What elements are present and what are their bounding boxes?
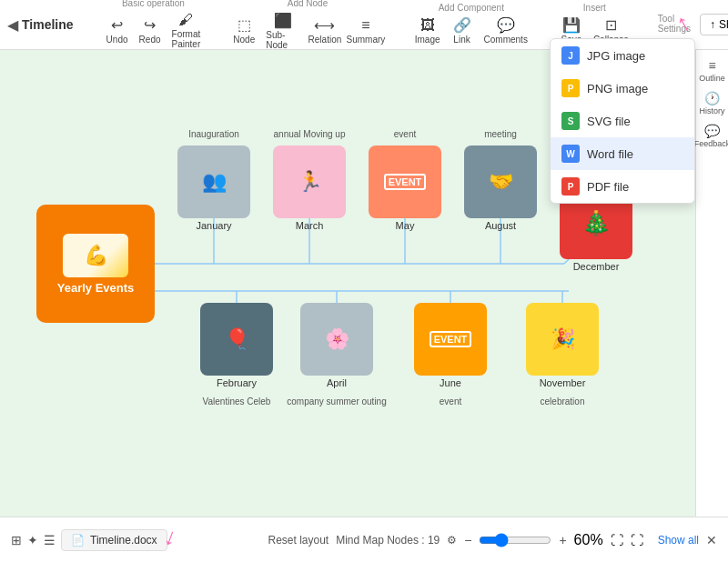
- export-jpg[interactable]: J JPG image: [551, 39, 694, 72]
- svg-icon: S: [561, 112, 580, 130]
- april-icon: 🌸: [325, 327, 349, 351]
- january-node[interactable]: Inauguration 👥 January: [177, 146, 250, 231]
- may-node[interactable]: event EVENT May: [369, 146, 441, 231]
- add-component-items: 🖼Image 🔗Link 💬Comments: [411, 15, 531, 46]
- may-icon: EVENT: [384, 174, 427, 190]
- fit-button[interactable]: ⛶: [611, 533, 623, 547]
- comments-icon: 💬: [497, 16, 515, 34]
- add-component-group: Add Component 🖼Image 🔗Link 💬Comments: [411, 3, 531, 46]
- settings-icon[interactable]: ⚙: [447, 534, 457, 547]
- zoom-slider[interactable]: [479, 533, 551, 547]
- april-node[interactable]: 🌸 April company summer outing: [300, 303, 373, 388]
- november-icon: 🎉: [551, 327, 575, 351]
- collapse-icon: ⊡: [605, 16, 617, 34]
- app-title: Timeline: [22, 17, 74, 32]
- march-icon: 🏃: [298, 170, 322, 194]
- node-button[interactable]: ⬚Node: [229, 15, 258, 46]
- statusbar-center: Reset layout Mind Map Nodes : 19 ⚙: [268, 534, 457, 547]
- august-node[interactable]: meeting 🤝 August: [464, 146, 537, 231]
- zoom-out-button[interactable]: −: [464, 533, 471, 547]
- add-node-group: Add Node ⬚Node ⬛Sub-Node ⟷Relation ≡Summ…: [229, 0, 386, 52]
- filename: Timeline.docx: [90, 534, 157, 547]
- export-svg[interactable]: S SVG file: [551, 105, 694, 137]
- feedback-icon: 💬: [704, 124, 720, 138]
- february-icon: 🎈: [225, 327, 249, 351]
- statusbar-icon-3[interactable]: ☰: [44, 533, 56, 547]
- august-caption: meeting: [484, 129, 517, 139]
- february-node[interactable]: 🎈 February Valentines Celeb: [200, 303, 273, 388]
- february-label: February: [217, 377, 257, 388]
- add-node-items: ⬚Node ⬛Sub-Node ⟷Relation ≡Summary: [229, 10, 386, 52]
- statusbar-icon-1[interactable]: ⊞: [11, 533, 22, 547]
- april-label: April: [327, 377, 347, 388]
- fullscreen-button[interactable]: ⛶: [631, 533, 643, 547]
- format-painter-icon: 🖌: [178, 12, 193, 28]
- link-button[interactable]: 🔗Link: [448, 15, 477, 46]
- june-node[interactable]: EVENT June event: [414, 303, 487, 388]
- basic-operation-group: Basic operation ↩Undo ↪Redo 🖌Format Pain…: [103, 0, 205, 51]
- zoom-in-button[interactable]: +: [559, 533, 566, 547]
- march-label: March: [296, 220, 324, 231]
- june-caption: event: [440, 396, 461, 406]
- december-icon: 🎄: [581, 209, 611, 237]
- format-painter-button[interactable]: 🖌Format Painter: [168, 10, 205, 51]
- file-tab[interactable]: 📄 Timeline.docx: [61, 529, 167, 551]
- march-node[interactable]: annual Moving up 🏃 March: [273, 146, 346, 231]
- redo-button[interactable]: ↪Redo: [136, 15, 165, 46]
- export-word[interactable]: W Word file: [551, 137, 694, 170]
- export-dropdown: J JPG image P PNG image S SVG file W Wor…: [550, 38, 695, 204]
- may-caption: event: [394, 129, 416, 139]
- reset-layout-btn[interactable]: Reset layout: [268, 534, 329, 547]
- zoom-percent: 60%: [574, 532, 603, 548]
- summary-icon: ≡: [361, 17, 369, 34]
- word-label: Word file: [587, 147, 633, 161]
- january-icon: 👥: [202, 170, 227, 194]
- word-icon: W: [561, 145, 580, 163]
- export-pdf[interactable]: P PDF file: [551, 170, 694, 203]
- sub-node-icon: ⬛: [274, 12, 292, 29]
- root-node[interactable]: 💪 Yearly Events: [36, 205, 155, 323]
- relation-icon: ⟷: [314, 16, 335, 34]
- pdf-label: PDF file: [587, 180, 629, 194]
- add-node-label: Add Node: [288, 0, 328, 8]
- share-icon: ↑: [710, 18, 715, 31]
- feedback-button[interactable]: 💬 Feedback: [700, 123, 725, 148]
- show-all-button[interactable]: Show all: [658, 534, 699, 547]
- comments-button[interactable]: 💬Comments: [480, 15, 531, 46]
- history-icon: 🕐: [704, 91, 720, 105]
- sub-node-button[interactable]: ⬛Sub-Node: [262, 10, 303, 52]
- redo-icon: ↪: [144, 16, 156, 34]
- outline-button[interactable]: ≡ Outline: [700, 57, 725, 83]
- undo-button[interactable]: ↩Undo: [103, 15, 132, 46]
- history-button[interactable]: 🕐 History: [700, 90, 725, 115]
- svg-label: SVG file: [587, 115, 631, 128]
- may-label: May: [396, 220, 415, 231]
- close-statusbar-button[interactable]: ✕: [706, 533, 717, 547]
- insert-label: Insert: [583, 3, 606, 13]
- statusbar-right: − + 60% ⛶ ⛶: [464, 532, 642, 548]
- summary-button[interactable]: ≡Summary: [346, 15, 386, 46]
- june-icon: EVENT: [430, 331, 472, 347]
- august-label: August: [485, 220, 516, 231]
- august-icon: 🤝: [489, 170, 513, 194]
- outline-icon: ≡: [708, 58, 715, 73]
- november-caption: celebration: [541, 396, 585, 406]
- back-button[interactable]: ◀: [7, 14, 18, 35]
- toolbar-right: ↑ Share Export: [700, 14, 728, 35]
- add-component-label: Add Component: [439, 3, 504, 13]
- png-icon: P: [561, 79, 580, 97]
- mind-map-nodes: Mind Map Nodes : 19: [336, 534, 440, 547]
- november-label: November: [540, 377, 586, 388]
- root-inner-image: 💪: [63, 234, 128, 277]
- statusbar: ⊞ ✦ ☰ 📄 Timeline.docx ↑ Reset layout Min…: [0, 517, 728, 562]
- relation-button[interactable]: ⟷Relation: [308, 15, 343, 46]
- share-button[interactable]: ↑ Share: [700, 14, 728, 35]
- image-button[interactable]: 🖼Image: [411, 15, 444, 46]
- export-png[interactable]: P PNG image: [551, 72, 694, 105]
- february-caption: Valentines Celeb: [203, 396, 271, 406]
- november-node[interactable]: 🎉 November celebration: [526, 303, 599, 388]
- statusbar-left: ⊞ ✦ ☰ 📄 Timeline.docx ↑: [11, 526, 260, 554]
- side-panel: ≡ Outline 🕐 History 💬 Feedback: [695, 50, 728, 517]
- png-label: PNG image: [587, 82, 648, 95]
- statusbar-icon-2[interactable]: ✦: [27, 533, 38, 547]
